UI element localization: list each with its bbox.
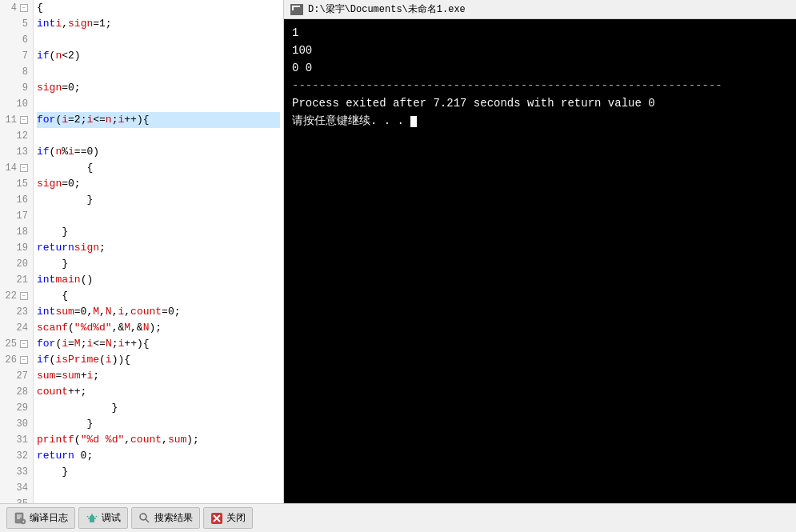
terminal-title: D:\梁宇\Documents\未命名1.exe [308,2,466,16]
fold-icon-11[interactable] [20,116,28,124]
terminal-line: Process exited after 7.217 seconds with … [292,94,788,112]
line-number-6: 6 [5,32,28,48]
code-line-35 [37,496,280,503]
fold-icon-4[interactable] [20,4,28,12]
code-line-30: } [37,416,280,432]
terminal-titlebar: D:\梁宇\Documents\未命名1.exe [284,0,796,19]
line-number-4: 4 [5,0,28,16]
line-number-28: 28 [5,384,28,400]
line-number-20: 20 [5,256,28,272]
line-number-10: 10 [5,96,28,112]
code-line-16: } [37,192,280,208]
line-number-30: 30 [5,416,28,432]
close-label: 关闭 [226,511,246,525]
compile-icon [14,512,26,525]
code-line-7: if(n<2) [37,48,280,64]
terminal-line: 0 0 [292,59,788,77]
close-icon [210,512,223,525]
svg-rect-5 [90,516,94,522]
line-number-34: 34 [5,480,28,496]
line-numbers: 4567891011121314151617181920212223242526… [0,0,34,503]
line-number-11: 11 [5,112,28,128]
code-line-17 [37,208,280,224]
terminal-line: 1 [292,24,788,42]
code-line-26: if(isPrime(i)){ [37,352,280,368]
terminal-cursor [410,116,417,127]
code-line-18: } [37,224,280,240]
line-number-33: 33 [5,464,28,480]
code-line-6 [37,32,280,48]
line-number-32: 32 [5,448,28,464]
fold-icon-25[interactable] [20,340,28,348]
terminal-line: 100 [292,42,788,59]
line-number-31: 31 [5,432,28,448]
line-number-14: 14 [5,160,28,176]
search-label: 搜索结果 [154,511,193,525]
code-line-23: int sum=0,M,N,i,count=0; [37,304,280,320]
compile-button[interactable]: 编译日志 [6,507,75,529]
code-line-22: { [37,288,280,304]
code-lines: { int i,sign=1; if(n<2) sign=0; for(i=2;… [34,0,283,503]
code-line-31: printf("%d %d",count,sum); [37,432,280,448]
svg-line-9 [146,519,149,522]
code-line-29: } [37,400,280,416]
compile-label: 编译日志 [30,511,68,525]
code-line-34 [37,480,280,496]
code-line-27: sum=sum+i; [37,368,280,384]
code-line-24: scanf("%d%d",&M,&N); [37,320,280,336]
code-line-14: { [37,160,280,176]
code-line-12 [37,128,280,144]
code-line-9: sign=0; [37,80,280,96]
code-line-28: count++; [37,384,280,400]
terminal-body: 11000 0---------------------------------… [284,19,796,503]
line-number-35: 35 [5,496,28,503]
code-line-21: int main() [37,272,280,288]
search-button[interactable]: 搜索结果 [131,507,200,529]
line-number-8: 8 [5,64,28,80]
line-number-7: 7 [5,48,28,64]
code-line-13: if(n%i==0) [37,144,280,160]
line-number-13: 13 [5,144,28,160]
debug-button[interactable]: 调试 [78,507,128,529]
bottom-toolbar: 编译日志 调试 搜索结果 关闭 [0,503,796,532]
debug-icon [86,512,98,525]
line-number-24: 24 [5,320,28,336]
code-line-15: sign=0; [37,176,280,192]
fold-icon-14[interactable] [20,164,28,172]
debug-label: 调试 [102,511,121,525]
terminal-line: ----------------------------------------… [292,77,788,94]
code-line-20: } [37,256,280,272]
fold-icon-22[interactable] [20,292,28,300]
line-number-9: 9 [5,80,28,96]
line-number-15: 15 [5,176,28,192]
code-content: 4567891011121314151617181920212223242526… [0,0,283,503]
line-number-21: 21 [5,272,28,288]
line-number-5: 5 [5,16,28,32]
code-line-5: int i,sign=1; [37,16,280,32]
line-number-26: 26 [5,352,28,368]
code-line-8 [37,64,280,80]
code-line-33: } [37,464,280,480]
terminal-line: 请按任意键继续. . . [292,112,788,130]
terminal-window-icon [290,4,303,15]
line-number-12: 12 [5,128,28,144]
code-line-25: for(i=M;i<=N;i++){ [37,336,280,352]
terminal-pane: D:\梁宇\Documents\未命名1.exe 11000 0--------… [284,0,796,503]
code-line-11: for(i=2;i<=n;i++){ [37,112,280,128]
line-number-29: 29 [5,400,28,416]
line-number-19: 19 [5,240,28,256]
code-line-19: return sign; [37,240,280,256]
main-area: 4567891011121314151617181920212223242526… [0,0,796,503]
line-number-27: 27 [5,368,28,384]
code-line-10 [37,96,280,112]
code-pane: 4567891011121314151617181920212223242526… [0,0,284,503]
search-icon [138,512,151,525]
line-number-17: 17 [5,208,28,224]
line-number-23: 23 [5,304,28,320]
fold-icon-26[interactable] [20,356,28,364]
line-number-22: 22 [5,288,28,304]
code-line-4: { [37,0,280,16]
code-line-32: return 0; [37,448,280,464]
close-button[interactable]: 关闭 [203,507,253,529]
line-number-25: 25 [5,336,28,352]
